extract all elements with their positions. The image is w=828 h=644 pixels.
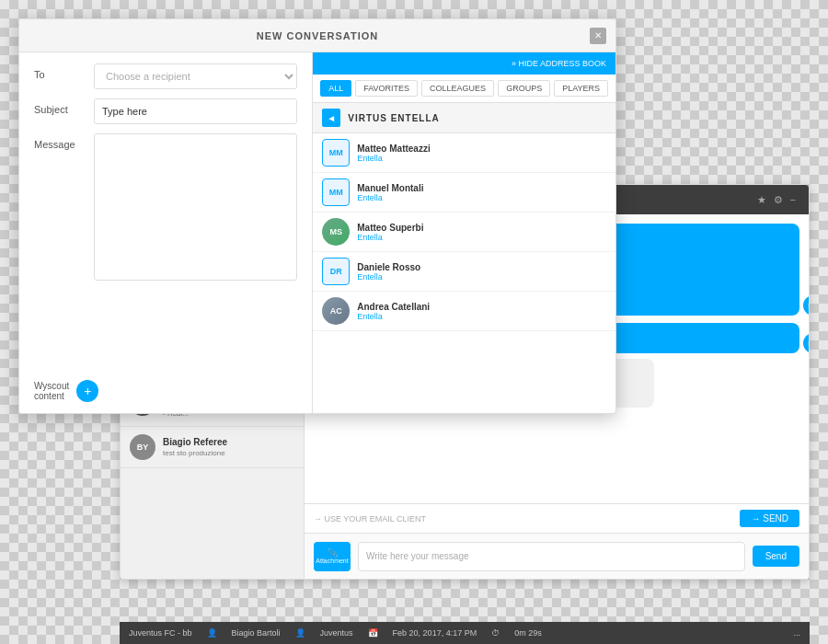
hide-address-book-button[interactable]: » HIDE ADDRESS BOOK	[313, 52, 615, 75]
subject-row: Subject	[34, 98, 297, 124]
contact-group-header: ◄ VIRTUS ENTELLA	[313, 103, 615, 133]
star-icon: ★	[757, 194, 766, 206]
form-section: To Choose a recipient Subject Message Wy…	[19, 52, 313, 413]
message-label: Message	[34, 133, 85, 150]
avatar: DR	[322, 258, 350, 285]
tab-groups[interactable]: GROUPS	[498, 80, 550, 97]
status-team: Juventus FC - bb	[129, 628, 192, 638]
tab-colleagues[interactable]: COLLEAGUES	[421, 80, 494, 97]
group-collapse-arrow[interactable]: ◄	[322, 109, 340, 127]
new-conversation-modal: NEW CONVERSATION ✕ To Choose a recipient…	[18, 18, 616, 414]
avatar: MS	[322, 218, 350, 246]
tab-favorites[interactable]: FAVORITES	[355, 80, 418, 97]
filter-tabs: ALL FAVORITES COLLEAGUES GROUPS PLAYERS	[313, 75, 615, 103]
avatar: BB	[803, 295, 809, 316]
message-row: Message	[34, 133, 297, 371]
attachment-button[interactable]: 📎 Attachment	[314, 542, 351, 571]
subject-input[interactable]	[94, 98, 297, 124]
message-input-bg[interactable]: Write here your message	[358, 542, 745, 571]
minimize-icon: −	[790, 194, 796, 205]
recipient-select[interactable]: Choose a recipient	[94, 63, 297, 89]
contact-team: Entella	[357, 193, 606, 202]
wyscout-add-button[interactable]: +	[76, 380, 98, 402]
status-user-icon2: 👤	[295, 628, 305, 638]
status-club: Juventus	[320, 628, 353, 638]
list-item[interactable]: MM Manuel Montali Entella	[313, 173, 615, 213]
avatar: MM	[322, 178, 350, 206]
tab-players[interactable]: PLAYERS	[554, 80, 608, 97]
contact-team: Entella	[357, 272, 606, 282]
modal-title: NEW CONVERSATION	[257, 30, 379, 41]
list-item[interactable]: AC Andrea Catellani Entella	[313, 292, 615, 331]
status-user-icon: 👤	[207, 628, 217, 638]
contact-name: Manuel Montali	[357, 183, 606, 193]
message-textarea[interactable]	[94, 133, 297, 281]
modal-header: NEW CONVERSATION ✕	[19, 19, 615, 52]
avatar: MM	[322, 139, 350, 167]
contact-team: Entella	[357, 312, 606, 321]
to-row: To Choose a recipient	[34, 63, 297, 89]
status-user: Biagio Bartoli	[232, 628, 281, 638]
contact-name: Daniele Rosso	[357, 262, 606, 272]
attachment-icon: 📎	[328, 548, 338, 558]
status-duration: 0m 29s	[514, 628, 542, 638]
send-button-chat[interactable]: Send	[753, 546, 799, 567]
contact-list: ◄ VIRTUS ENTELLA MM Matteo Matteazzi Ent…	[313, 103, 615, 413]
status-date: Feb 20, 2017, 4:17 PM	[393, 628, 477, 638]
status-clock-icon: ⏱	[491, 628, 500, 638]
address-book-section: » HIDE ADDRESS BOOK ALL FAVORITES COLLEA…	[313, 52, 615, 413]
contact-team: Entella	[357, 154, 606, 163]
status-more: ...	[793, 628, 800, 638]
contact-name: Matteo Matteazzi	[357, 144, 606, 154]
list-item[interactable]: MS Matteo Superbi Entella	[313, 213, 615, 252]
avatar: BY	[130, 434, 155, 460]
group-name: VIRTUS ENTELLA	[348, 113, 440, 123]
status-bar: Juventus FC - bb 👤 Biagio Bartoli 👤 Juve…	[120, 622, 810, 644]
avatar: BB	[803, 333, 809, 353]
subject-label: Subject	[34, 98, 85, 115]
list-item[interactable]: MM Matteo Matteazzi Entella	[313, 133, 615, 173]
avatar: AC	[322, 297, 350, 325]
list-item[interactable]: DR Daniele Rosso Entella	[313, 252, 615, 292]
wyscout-section: Wyscout content +	[34, 380, 297, 402]
email-action-bar: → USE YOUR EMAIL CLIENT → SEND	[305, 503, 809, 533]
hide-address-book-label: » HIDE ADDRESS BOOK	[512, 59, 606, 68]
status-calendar-icon: 📅	[368, 628, 378, 638]
list-item[interactable]: BY Biagio Referee test sto produzione	[121, 427, 304, 468]
use-email-label: → USE YOUR EMAIL CLIENT	[314, 514, 426, 523]
send-button-bg[interactable]: → SEND	[740, 510, 799, 527]
modal-close-button[interactable]: ✕	[590, 28, 606, 44]
settings-icon: ⚙	[774, 194, 783, 206]
chat-input-bar: 📎 Attachment Write here your message Sen…	[305, 533, 809, 579]
tab-all[interactable]: ALL	[320, 80, 351, 97]
contact-name: Matteo Superbi	[357, 223, 606, 233]
modal-body: To Choose a recipient Subject Message Wy…	[19, 52, 615, 413]
wyscout-label: Wyscout content	[34, 381, 69, 401]
contact-name: Andrea Catellani	[357, 302, 606, 312]
to-label: To	[34, 63, 85, 80]
contact-team: Entella	[357, 233, 606, 242]
